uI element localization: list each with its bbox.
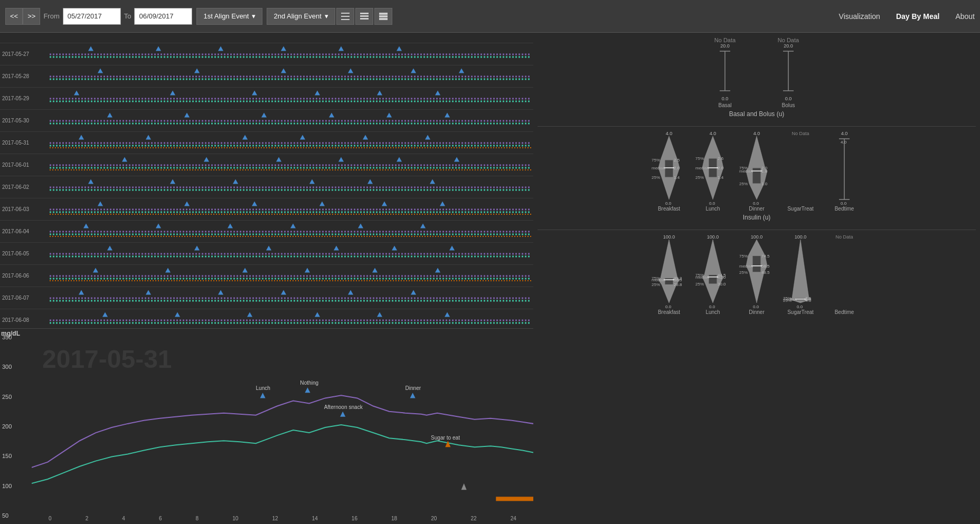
violin-meal-label: SugarTreat [787,309,814,315]
row-date-label: 2017-06-03 [2,206,50,212]
meal-marker [454,157,459,161]
view-medium-btn[interactable] [355,8,373,25]
svg-text:25%: 25% [783,298,791,303]
row-date-label: 2017-05-31 [2,140,50,146]
insulin-title: Insulin (u) [538,214,976,221]
to-date-input[interactable] [134,8,192,25]
svg-text:41.0: 41.0 [718,275,726,280]
meal-marker [309,179,315,184]
row-chart-2017-06-06[interactable] [50,266,531,285]
meal-marker [170,179,175,184]
nav-about[interactable]: About [955,12,975,21]
basal-label: Basal [718,102,731,108]
row-chart-2017-05-29[interactable] [50,89,531,108]
svg-rect-3 [360,13,369,14]
y-tick-150: 150 [2,453,30,459]
row-chart-2017-05-27[interactable] [50,45,531,64]
svg-text:75%: 75% [652,158,660,163]
svg-text:2.0: 2.0 [674,166,680,170]
meal-marker [435,90,440,95]
align2-dropdown[interactable]: 2nd Align Event ▾ [267,8,335,25]
detail-chart: 350 300 250 200 150 100 50 mg/dL 2017-05… [0,328,533,524]
violin-top-val: 100.0 [795,234,807,240]
from-date-input[interactable] [63,8,121,25]
view-large-btn[interactable] [374,8,392,25]
left-panel: 0:002:004:006:008:00 10:0012:0014:0016:0… [0,33,533,524]
meal-marker [377,312,382,317]
bolus-no-data: No Data [778,37,799,43]
meal-marker [315,90,320,95]
violin-meal-label: Lunch [705,206,720,212]
row-chart-2017-06-05[interactable] [50,244,531,263]
meal-marker [74,90,79,95]
bolus-violin-item: No Data 20.0 0.0 Bolus [762,37,815,108]
svg-text:0.0: 0.0 [841,201,847,205]
row-date-label: 2017-06-01 [2,162,50,168]
y-tick-300: 300 [2,364,30,370]
svg-text:75%: 75% [739,254,748,259]
row-chart-2017-06-07[interactable] [50,289,531,308]
basal-top-val: 20.0 [720,43,730,49]
violin-meal-label: Dinner [749,206,764,212]
svg-text:75%: 75% [695,156,704,161]
prev-button[interactable]: << [5,8,23,25]
svg-rect-19 [496,497,533,501]
svg-rect-68 [709,275,717,284]
meal-marker [449,245,455,250]
svg-text:58.5: 58.5 [761,264,770,269]
row-chart-2017-05-31[interactable] [50,134,531,153]
nav-visualization[interactable]: Visualization [839,12,880,21]
bolus-top-val: 20.0 [784,43,793,49]
timeline-row-2017-06-06: 2017-06-06 [0,265,533,287]
violin-meal-label: SugarTreat [787,206,814,212]
svg-text:median: median [739,264,753,269]
row-chart-2017-06-01[interactable] [50,156,531,175]
violin-meal-label: Breakfast [658,206,680,212]
violin-svg: 75%2.0median1.825%1.00.0 [738,136,775,205]
meal-marker [146,135,151,139]
basal-bolus-title: Basal and Bolus (u) [538,110,976,118]
meal-marker [252,201,257,206]
svg-text:1.4: 1.4 [718,175,724,180]
svg-rect-45 [752,168,761,184]
next-button[interactable]: >> [23,8,40,25]
top-navigation: << >> From To 1st Align Event ▾ 2nd Alig… [0,0,980,33]
view-compact-btn[interactable] [336,8,354,25]
row-chart-2017-06-04[interactable] [50,222,531,241]
svg-text:Lunch: Lunch [256,385,270,391]
y-tick-100: 100 [2,483,30,489]
meal-marker [387,112,392,117]
row-date-label: 2017-06-02 [2,184,50,190]
detail-x-axis: 0246810 12141618202224 [32,516,533,524]
timeline-row-2017-06-03: 2017-06-03 [0,198,533,221]
meal-marker [319,201,325,206]
timeline-row-2017-05-31: 2017-05-31 [0,132,533,154]
timeline-row-2017-06-08: 2017-06-08 [0,309,533,328]
nav-day-by-meal[interactable]: Day By Meal [896,12,939,21]
basal-bolus-section: No Data 20.0 0.0 Basal No Data 20.0 [538,37,976,118]
row-chart-2017-05-28[interactable] [50,67,531,86]
meal-marker [329,112,334,117]
align1-dropdown[interactable]: 1st Align Event ▾ [196,8,262,25]
row-chart-2017-05-30[interactable] [50,111,531,130]
meal-marker [170,90,175,95]
svg-text:Sugar to eat: Sugar to eat [431,435,460,441]
svg-text:1.8: 1.8 [761,169,768,174]
row-chart-2017-06-03[interactable] [50,200,531,219]
row-chart-2017-06-08[interactable] [50,311,531,329]
violin-svg: 75%74.5median58.525%48.50.0 [738,240,775,308]
violin-item-Lunch: 4.075%2.6median2.025%1.40.0Lunch [693,131,733,212]
meal-marker [300,135,305,139]
y-tick-200: 200 [2,423,30,430]
svg-text:0.0: 0.0 [753,304,759,308]
meal-marker [88,46,93,51]
meal-marker [218,290,223,294]
meal-marker [290,223,296,228]
violin-meal-label: Bedtime [835,309,854,315]
svg-marker-13 [340,412,345,417]
svg-text:1.4: 1.4 [674,175,680,180]
svg-text:36.5: 36.5 [674,278,682,282]
row-chart-2017-06-02[interactable] [50,178,531,197]
svg-text:25%: 25% [652,175,660,180]
svg-rect-77 [752,256,761,272]
